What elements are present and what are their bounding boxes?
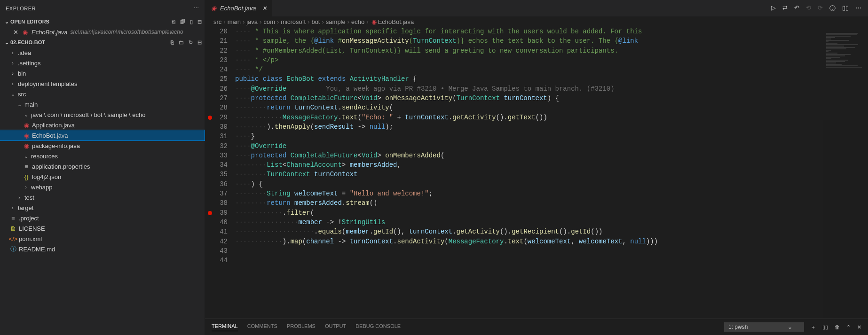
code-line[interactable]: ········TurnContext turnContext — [235, 170, 823, 179]
more-icon[interactable]: ⋯ — [855, 4, 861, 13]
code-line[interactable]: ····protected CompletableFuture<Void> on… — [235, 93, 823, 103]
file-row[interactable]: {}log4j2.json — [0, 171, 205, 182]
folder-row[interactable]: ⌄resources — [0, 151, 205, 161]
folder-row[interactable]: ›target — [0, 203, 205, 213]
code-line[interactable]: ············.filter( — [235, 208, 823, 218]
breadcrumb-item[interactable]: microsoft — [281, 18, 306, 25]
panel-tab-problems[interactable]: PROBLEMS — [287, 323, 316, 331]
code-line[interactable]: ········List<ChannelAccount> membersAdde… — [235, 160, 823, 170]
close-icon[interactable]: ✕ — [262, 5, 267, 12]
layout-icon[interactable]: ▯ — [190, 19, 193, 25]
panel-tab-comments[interactable]: COMMENTS — [247, 323, 277, 331]
file-row[interactable]: ≡.project — [0, 213, 205, 223]
panel-tab-debug-console[interactable]: DEBUG CONSOLE — [355, 323, 401, 331]
refresh-icon[interactable]: ↻ — [189, 39, 193, 46]
breadcrumb-item[interactable]: ◉ EchoBot.java — [371, 18, 414, 25]
folder-row[interactable]: ›deploymentTemplates — [0, 78, 205, 89]
breakpoint-icon[interactable] — [208, 211, 212, 215]
folder-row[interactable]: ⌄main — [0, 99, 205, 109]
file-row[interactable]: ◉EchoBot.java — [0, 130, 205, 140]
open-editor-name: EchoBot.java — [32, 29, 68, 36]
breadcrumbs[interactable]: src › main › java › com › microsoft › bo… — [205, 16, 868, 27]
breadcrumb-item[interactable]: bot — [311, 18, 320, 25]
code-line[interactable]: ····················.equals(member.getId… — [235, 227, 823, 236]
breadcrumb-item[interactable]: src — [213, 18, 221, 25]
open-editor-item[interactable]: ✕ ◉ EchoBot.java src\main\java\com\micro… — [0, 27, 205, 37]
kill-terminal-icon[interactable]: 🗑 — [835, 324, 840, 330]
folder-row[interactable]: ›.settings — [0, 58, 205, 68]
file-row[interactable]: </>pom.xml — [0, 234, 205, 244]
new-file-icon[interactable]: ⎘ — [172, 19, 175, 25]
code-line[interactable]: public class EchoBot extends ActivityHan… — [235, 74, 823, 84]
project-actions: ⎘ 🗀 ↻ ⊟ — [171, 39, 202, 46]
new-file-icon[interactable]: ⎘ — [171, 39, 174, 46]
project-header[interactable]: ⌄ 02.ECHO-BOT ⎘ 🗀 ↻ ⊟ — [0, 37, 205, 47]
collapse-icon[interactable]: ⊟ — [197, 39, 202, 46]
breadcrumb-item[interactable]: java — [246, 18, 258, 25]
line-number: 34 — [205, 160, 228, 170]
java-icon[interactable]: Ⓙ — [829, 4, 836, 13]
code-line[interactable]: ····) { — [235, 179, 823, 189]
code-line[interactable]: ···· * #onMembersAdded(List, TurnContext… — [235, 46, 823, 55]
terminal-selector[interactable]: 1: pwsh ⌄ — [724, 322, 804, 332]
run-icon[interactable]: ▷ — [771, 4, 776, 13]
code-line[interactable]: ········return membersAdded.stream() — [235, 198, 823, 208]
breadcrumb-item[interactable]: sample — [326, 18, 346, 25]
open-editors-actions: ⎘ 🗐 ▯ ⊟ — [172, 19, 202, 25]
close-icon[interactable]: ✕ — [13, 29, 18, 36]
tree-item-label: package-info.java — [32, 142, 80, 149]
nav-back-icon[interactable]: ↶ — [794, 4, 799, 13]
code-content[interactable]: ···· * This is where application specifi… — [235, 27, 823, 319]
code-line[interactable]: ···· * This is where application specifi… — [235, 27, 823, 36]
folder-row[interactable]: ›test — [0, 192, 205, 203]
code-line[interactable]: ············MessageFactory.text("Echo: "… — [235, 113, 823, 122]
open-editors-header[interactable]: ⌄ OPEN EDITORS ⎘ 🗐 ▯ ⊟ — [0, 16, 205, 27]
code-line[interactable]: ···· * sample, the {@link #onMessageActi… — [235, 36, 823, 46]
file-row[interactable]: ≡application.properties — [0, 161, 205, 171]
close-all-icon[interactable]: ⊟ — [197, 19, 202, 25]
code-line[interactable]: ····protected CompletableFuture<Void> on… — [235, 151, 823, 160]
line-number: 30 — [205, 122, 228, 132]
chevron-up-icon[interactable]: ⌃ — [846, 324, 851, 330]
line-number-gutter: 2021222324252627282930313233343536373839… — [205, 27, 235, 319]
close-panel-icon[interactable]: ✕ — [857, 324, 861, 330]
new-terminal-icon[interactable]: ＋ — [811, 324, 816, 331]
tree-item-label: log4j2.json — [32, 173, 61, 180]
editor-area[interactable]: 2021222324252627282930313233343536373839… — [205, 27, 868, 319]
code-line[interactable]: ········String welcomeText = "Hello and … — [235, 189, 823, 198]
explorer-more-icon[interactable]: ⋯ — [194, 5, 199, 11]
breakpoint-icon[interactable] — [208, 116, 212, 120]
code-line[interactable]: ········return turnContext.sendActivity( — [235, 103, 823, 112]
git-compare-icon[interactable]: ⇄ — [782, 4, 788, 13]
code-line[interactable]: ········).thenApply(sendResult -> null); — [235, 122, 823, 132]
code-line[interactable]: ····} — [235, 132, 823, 141]
new-folder-icon[interactable]: 🗀 — [179, 39, 184, 46]
split-terminal-icon[interactable]: ▯▯ — [822, 324, 828, 330]
line-number: 25 — [205, 74, 228, 84]
code-line[interactable]: ············).map(channel -> turnContext… — [235, 237, 823, 246]
code-line[interactable]: ················member -> !StringUtils — [235, 218, 823, 227]
split-editor-icon[interactable]: ▯▯ — [842, 4, 849, 13]
json-file-icon: {} — [23, 173, 30, 180]
panel-tab-terminal[interactable]: TERMINAL — [212, 323, 238, 331]
minimap[interactable] — [823, 27, 868, 319]
breadcrumb-item[interactable]: echo — [351, 18, 364, 25]
file-row[interactable]: ⓘREADME.md — [0, 244, 205, 254]
folder-row[interactable]: ⌄src — [0, 89, 205, 99]
folder-row[interactable]: ›bin — [0, 68, 205, 78]
code-line[interactable]: ····@Override — [235, 141, 823, 151]
save-all-icon[interactable]: 🗐 — [180, 19, 185, 25]
file-row[interactable]: 🗎LICENSE — [0, 223, 205, 234]
breadcrumb-item[interactable]: com — [263, 18, 275, 25]
code-line[interactable]: ···· */ — [235, 65, 823, 74]
file-row[interactable]: ◉package-info.java — [0, 140, 205, 151]
panel-tab-output[interactable]: OUTPUT — [325, 323, 346, 331]
folder-row[interactable]: ⌄java \ com \ microsoft \ bot \ sample \… — [0, 109, 205, 120]
breadcrumb-item[interactable]: main — [228, 18, 241, 25]
file-row[interactable]: ◉Application.java — [0, 120, 205, 130]
folder-row[interactable]: ›.idea — [0, 47, 205, 58]
editor-tab[interactable]: ◉ EchoBot.java ✕ — [205, 0, 272, 16]
folder-row[interactable]: ›webapp — [0, 182, 205, 192]
code-line[interactable]: ····@Override You, a week ago via PR #32… — [235, 84, 823, 93]
code-line[interactable]: ···· * </p> — [235, 55, 823, 65]
